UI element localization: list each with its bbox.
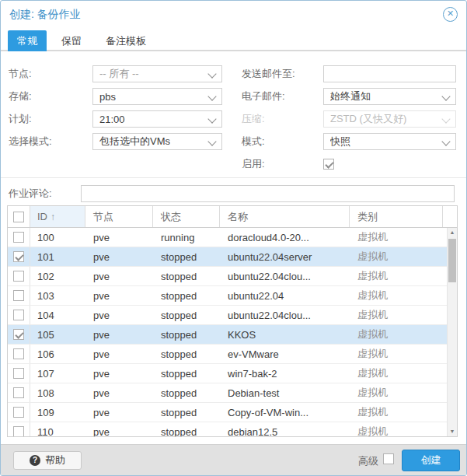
chevron-down-icon [207,69,216,78]
row-checkbox[interactable] [13,407,24,418]
selection-mode-select[interactable]: 包括选中的VMs [92,133,222,150]
row-checkbox-cell [8,267,30,285]
vm-name-cell: win7-bak-2 [220,364,350,383]
advanced-checkbox[interactable] [383,453,394,464]
row-checkbox-cell [8,325,30,344]
job-comment-field [81,185,455,202]
row-checkbox[interactable] [13,329,24,340]
create-backup-job-dialog: 创建: 备份作业 ✕ 常规保留备注模板 节点:-- 所有 --存储:pbs计划:… [0,0,467,476]
vm-node-cell: pve [85,325,153,344]
help-button[interactable]: ? 帮助 [13,451,82,470]
scrollbar-thumb[interactable] [448,239,456,282]
chevron-down-icon [441,92,450,100]
vm-status-cell: stopped [153,403,220,422]
row-checkbox[interactable] [13,387,24,398]
vm-node-cell: pve [85,286,153,305]
form-right-column: 发送邮件至:电子邮件:始终通知压缩:ZSTD (又快又好)模式:快照启用: [242,65,456,178]
row-checkbox[interactable] [13,251,24,262]
dialog-footer: ? 帮助 高级 创建 [1,444,466,475]
storage-select[interactable]: pbs [92,88,222,105]
row-checkbox[interactable] [13,232,24,243]
vm-row-110[interactable]: 110pvestoppeddebian12.5虚拟机 [8,422,447,436]
vm-name-cell: KKOS [220,325,350,344]
vertical-scrollbar[interactable]: ▲ ▼ [447,228,457,436]
vm-row-105[interactable]: 105pvestoppedKKOS虚拟机 [8,325,447,345]
row-checkbox[interactable] [13,426,24,436]
email-notification-select-value: 始终通知 [330,89,371,103]
vm-node-cell: pve [85,403,153,422]
vm-table: ID↑节点状态名称类别 100pverunningdoracloud4.0-20… [7,205,458,437]
row-checkbox-cell [8,345,30,363]
vm-row-106[interactable]: 106pvestoppedev-VMware虚拟机 [8,345,447,364]
enable-checkbox[interactable] [323,159,334,170]
vm-status-cell: stopped [153,383,220,402]
vm-node-cell: pve [85,383,153,402]
row-checkbox-cell [8,383,30,402]
chevron-down-icon [441,137,450,145]
scroll-up-icon[interactable]: ▲ [448,228,457,237]
mode-select-label: 模式: [242,135,323,149]
row-checkbox-cell [8,247,30,266]
column-header-名称[interactable]: 名称 [220,206,350,227]
job-comment-row: 作业评论: [9,185,455,202]
vm-type-cell: 虚拟机 [350,325,443,344]
storage-select-label: 存储: [9,89,92,103]
row-checkbox-cell [8,228,30,247]
create-button[interactable]: 创建 [402,450,460,471]
send-email-to-input[interactable] [330,66,449,82]
node-select-value: -- 所有 -- [99,67,139,81]
send-email-to-input-label: 发送邮件至: [242,67,323,81]
scroll-down-icon[interactable]: ▼ [448,427,457,436]
column-header-节点[interactable]: 节点 [85,206,153,227]
chevron-down-icon [207,92,216,100]
compression-select: ZSTD (又快又好) [323,110,456,128]
vm-row-101[interactable]: 101pvestoppedubuntu22.04server虚拟机 [8,247,447,267]
vm-status-cell: stopped [153,267,220,285]
schedule-select[interactable]: 21:00 [92,110,222,128]
vm-row-108[interactable]: 108pvestoppedDebian-test虚拟机 [8,383,447,403]
vm-row-107[interactable]: 107pvestoppedwin7-bak-2虚拟机 [8,364,447,383]
close-icon[interactable]: ✕ [443,7,458,22]
mode-select-row: 模式:快照 [242,133,456,150]
vm-row-100[interactable]: 100pverunningdoracloud4.0-20...虚拟机 [8,228,447,247]
row-checkbox[interactable] [13,310,24,320]
column-header-label: 状态 [161,210,181,224]
email-notification-select[interactable]: 始终通知 [323,88,456,105]
enable-checkbox-row: 启用: [242,156,456,173]
vm-type-cell: 虚拟机 [350,228,443,247]
tab-retention[interactable]: 保留 [52,30,91,51]
select-all-cell [8,206,30,227]
row-checkbox-cell [8,422,30,436]
column-header-ID[interactable]: ID↑ [30,206,85,227]
row-checkbox[interactable] [13,368,24,379]
vm-row-104[interactable]: 104pvestoppedubuntu22.04clou...虚拟机 [8,306,447,325]
row-checkbox-cell [8,403,30,422]
vm-type-cell: 虚拟机 [350,345,443,363]
vm-row-109[interactable]: 109pvestoppedCopy-of-VM-win...虚拟机 [8,403,447,422]
column-header-状态[interactable]: 状态 [153,206,220,227]
vm-id-cell: 100 [30,228,85,247]
select-all-checkbox[interactable] [13,212,24,222]
row-checkbox[interactable] [13,271,24,282]
vm-node-cell: pve [85,267,153,285]
node-select-row: 节点:-- 所有 -- [9,65,222,82]
node-select[interactable]: -- 所有 -- [92,65,222,82]
compression-select-row: 压缩:ZSTD (又快又好) [242,110,456,128]
vm-row-102[interactable]: 102pvestoppedubuntu22.04clou...虚拟机 [8,267,447,286]
row-checkbox-cell [8,364,30,383]
email-notification-select-label: 电子邮件: [242,89,323,103]
row-checkbox[interactable] [13,290,24,301]
mode-select[interactable]: 快照 [323,133,456,150]
question-icon: ? [30,455,40,466]
row-checkbox-cell [8,286,30,305]
job-comment-input[interactable] [88,186,448,201]
vm-row-103[interactable]: 103pvestoppedubuntu22.04虚拟机 [8,286,447,306]
vm-id-cell: 105 [30,325,85,344]
tab-note-template[interactable]: 备注模板 [96,30,155,51]
column-header-类别[interactable]: 类别 [350,206,443,227]
vm-name-cell: ubuntu22.04 [220,286,350,305]
vm-node-cell: pve [85,247,153,266]
row-checkbox-cell [8,306,30,324]
row-checkbox[interactable] [13,348,24,359]
tab-general[interactable]: 常规 [8,30,47,51]
